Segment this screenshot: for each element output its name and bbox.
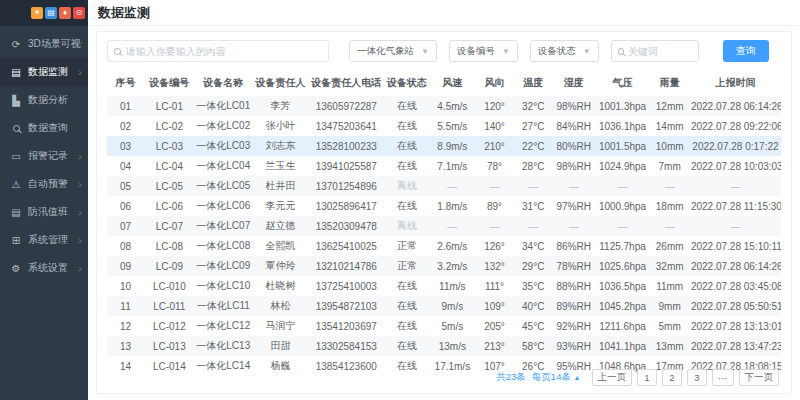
table-row[interactable]: 04LC-04一体化LC04兰玉生13941025587在线7.1m/s78°2… [107,156,781,176]
monitor-icon: ▭ [9,151,23,162]
table-row[interactable]: 08LC-08一体化LC08全熙凯13625410025正常2.6m/s126°… [107,236,781,256]
table-row[interactable]: 09LC-09一体化LC09覃仲玲13210214786正常3.2m/s132°… [107,256,781,276]
table-cell: 88%RH [552,276,596,296]
table-row[interactable]: 10LC-010一体化LC10杜晓树13725410003在线11m/s111°… [107,276,781,296]
table-cell: 2022.07.28 06:14:26 [690,256,781,276]
page-button-3[interactable]: 3 [687,369,707,386]
table-cell: 赵立德 [252,216,309,236]
table-row[interactable]: 12LC-012一体化LC12马润宁13541203697在线5m/s205°4… [107,316,781,336]
table-cell: 18mm [649,196,689,216]
table-cell: LC-02 [144,116,195,136]
chevron-right-icon: › [78,66,82,78]
launcher-orange-icon[interactable]: ✶ [31,7,43,19]
sidebar-item-label: 系统设置 [28,261,78,275]
chevron-right-icon: › [78,178,82,190]
sidebar-item-system-manage[interactable]: ⊞ 系统管理 › [0,226,88,254]
table-cell: 2022.07.28 15:10:11 [690,236,781,256]
page-button-2[interactable]: 2 [662,369,682,386]
sidebar-item-auto-warning[interactable]: ⚠ 自动预警 › [0,170,88,198]
sidebar-item-label: 系统管理 [28,233,78,247]
table-cell: 13475203641 [309,116,383,136]
table-cell: 5.5m/s [430,116,474,136]
table-cell: 28°C [515,156,552,176]
column-header: 湿度 [552,70,596,96]
table-cell: 1025.6hpa [596,256,650,276]
table-body: 01LC-01一体化LC01李芳13605972287在线4.5m/s120°3… [107,96,781,376]
table-row[interactable]: 03LC-03一体化LC03刘志东13528100233在线8.9m/s210°… [107,136,781,156]
table-cell: 一体化LC08 [195,236,252,256]
sidebar-item-data-query[interactable]: 数据查询 [0,114,88,142]
next-page-button[interactable]: 下一页 [739,369,780,386]
table-cell: — [596,216,650,236]
table-row[interactable]: 02LC-02一体化LC02张小叶13475203641在线5.5m/s140°… [107,116,781,136]
column-header: 雨量 [649,70,689,96]
sidebar-item-3d-view[interactable]: ⟳ 3D场景可视化 [0,30,88,58]
sidebar-item-system-settings[interactable]: ⚙ 系统设置 › [0,254,88,282]
table-cell: 1001.3hpa [596,96,650,116]
column-header: 气压 [596,70,650,96]
table-cell: — [596,176,650,196]
sidebar-item-label: 数据分析 [28,93,82,107]
table-cell: LC-01 [144,96,195,116]
launcher-coral-icon[interactable]: ♦ [59,7,71,19]
table-cell: 01 [107,96,144,116]
page-ellipsis-button[interactable]: ··· [712,369,734,386]
table-cell: 在线 [383,116,430,136]
chevron-right-icon: › [78,206,82,218]
table-cell: 在线 [383,156,430,176]
query-button[interactable]: 查询 [723,40,769,62]
device-status-dropdown[interactable]: 设备状态 ▼ [530,40,599,62]
table-cell: 35°C [515,276,552,296]
table-cell: 在线 [383,336,430,356]
table-cell: 97%RH [552,196,596,216]
device-status-dropdown-label: 设备状态 [538,45,576,58]
sidebar-item-alarm-records[interactable]: ▭ 报警记录 › [0,142,88,170]
page-button-1[interactable]: 1 [637,369,657,386]
table-cell: 覃仲玲 [252,256,309,276]
table-cell: 一体化LC11 [195,296,252,316]
table-cell: 111° [474,276,514,296]
station-type-dropdown[interactable]: 一体化气象站 ▼ [349,40,437,62]
page-size-select[interactable]: 每页14条 ▲ [532,371,581,384]
launcher-blue-icon[interactable]: ▤ [45,7,57,19]
table-row[interactable]: 13LC-013一体化LC13田甜13302584153在线13m/s213°5… [107,336,781,356]
table-row[interactable]: 07LC-07一体化LC07赵立德13520309478离线——————— [107,216,781,236]
table-cell: 一体化LC05 [195,176,252,196]
table-cell: 13302584153 [309,336,383,356]
prev-page-button[interactable]: 上一页 [592,369,633,386]
table-cell: 78° [474,156,514,176]
table-row[interactable]: 11LC-011一体化LC11林松13954872103在线9m/s109°40… [107,296,781,316]
table-row[interactable]: 01LC-01一体化LC01李芳13605972287在线4.5m/s120°3… [107,96,781,116]
table-cell: 210° [474,136,514,156]
device-number-dropdown[interactable]: 设备编号 ▼ [449,40,518,62]
table-cell: 1041.1hpa [596,336,650,356]
table-cell: LC-05 [144,176,195,196]
table-cell: 10mm [649,136,689,156]
table-cell: 98%RH [552,156,596,176]
launcher-red-icon[interactable]: ⊙ [73,7,85,19]
sidebar-item-data-monitor[interactable]: ▤ 数据监测 › [0,58,88,86]
device-number-dropdown-label: 设备编号 [457,45,495,58]
table-cell: 10 [107,276,144,296]
table-row[interactable]: 06LC-06一体化LC06李元元13025896417在线1.8m/s89°3… [107,196,781,216]
chevron-down-icon: ▼ [421,47,429,56]
table-cell: 1001.5hpa [596,136,650,156]
sidebar-item-data-analysis[interactable]: ▙ 数据分析 [0,86,88,114]
table-cell: 92%RH [552,316,596,336]
device-table: 序号设备编号设备名称设备责任人设备责任人电话设备状态风速风向温度湿度气压雨量上报… [107,70,781,376]
table-cell: 13625410025 [309,236,383,256]
chevron-right-icon: › [78,150,82,162]
table-cell: 109° [474,296,514,316]
sidebar-item-label: 自动预警 [28,177,78,191]
table-row[interactable]: 05LC-05一体化LC05杜井田13701254896离线——————— [107,176,781,196]
keyword-input-wrapper [611,40,699,62]
table-cell: 13701254896 [309,176,383,196]
table-cell: 40°C [515,296,552,316]
table-cell: 杜晓树 [252,276,309,296]
table-cell: 1045.2hpa [596,296,650,316]
sidebar-item-flood-duty[interactable]: ▤ 防汛值班 › [0,198,88,226]
table-cell: — [552,216,596,236]
search-input[interactable] [126,46,322,57]
table-cell: 林松 [252,296,309,316]
keyword-input[interactable] [628,46,692,57]
